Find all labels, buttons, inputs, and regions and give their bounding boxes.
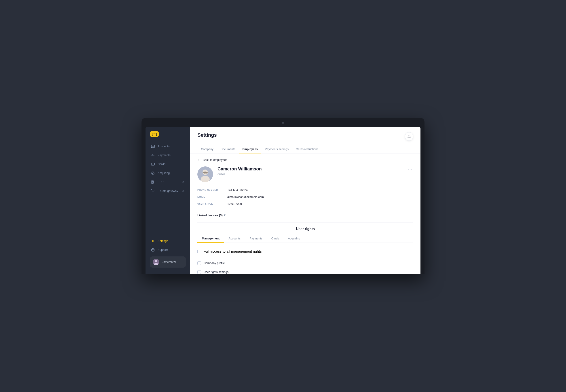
- sidebar-item-payments[interactable]: Payments: [148, 151, 188, 159]
- divider: [197, 222, 413, 223]
- phone-row: PHONE NUMBER +44 654 332 24: [197, 186, 413, 194]
- rights-tab-accounts[interactable]: Accounts: [224, 235, 245, 243]
- employee-info: Cameron Williamson Active: [218, 167, 403, 176]
- rights-tabs: Management Accounts Payments Cards Acqui…: [197, 235, 413, 243]
- full-access-label: Full access to all management rights: [204, 250, 262, 253]
- svg-point-2: [152, 164, 152, 165]
- logo-bracket-left: [: [152, 132, 153, 136]
- back-to-employees-button[interactable]: ← Back to employees: [197, 158, 413, 162]
- svg-rect-0: [151, 145, 155, 148]
- laptop-frame: [ ] Accounts: [142, 118, 424, 274]
- full-access-checkbox[interactable]: [197, 250, 201, 253]
- linked-devices-button[interactable]: Linked devices (3) ▾: [197, 212, 413, 219]
- payments-label: Payments: [158, 154, 185, 157]
- main-content: Settings Company Documents Employees Pay…: [190, 127, 421, 274]
- profile-menu-button[interactable]: ···: [407, 167, 413, 173]
- svg-rect-1: [151, 163, 155, 165]
- rights-item-company-profile: Company profile: [197, 259, 413, 267]
- tab-company[interactable]: Company: [197, 145, 217, 154]
- logo-bracket-right: ]: [156, 132, 157, 136]
- since-row: USER SINCE 12.01.2020: [197, 200, 413, 207]
- sidebar: [ ] Accounts: [145, 127, 190, 274]
- notification-button[interactable]: [405, 132, 413, 141]
- svg-point-6: [154, 192, 154, 192]
- cards-icon: [151, 162, 155, 166]
- ecom-label: E Com gateway: [158, 189, 179, 193]
- rights-tab-cards[interactable]: Cards: [267, 235, 284, 243]
- settings-tabs: Company Documents Employees Payments set…: [190, 142, 421, 154]
- erp-external-icon: [182, 181, 185, 184]
- tab-payments-settings[interactable]: Payments settings: [261, 145, 292, 154]
- sidebar-item-support[interactable]: Support: [148, 246, 188, 254]
- user-rights-title: User rights: [197, 227, 413, 231]
- svg-point-7: [152, 240, 154, 241]
- svg-point-11: [155, 260, 157, 262]
- sidebar-bottom: Settings Support: [145, 237, 190, 270]
- company-profile-label: Company profile: [204, 261, 225, 265]
- payments-icon: [151, 153, 155, 157]
- top-bar: Settings: [190, 127, 421, 141]
- support-label: Support: [158, 248, 168, 252]
- back-arrow-icon: ←: [197, 158, 201, 162]
- sidebar-item-cards[interactable]: Cards: [148, 160, 188, 168]
- user-rights-settings-label: User rights settings: [204, 270, 229, 274]
- email-row: EMAIL alma.lawson@example.com: [197, 194, 413, 200]
- sidebar-item-ecom[interactable]: E Com gateway: [148, 187, 188, 195]
- tab-employees[interactable]: Employees: [239, 145, 261, 154]
- nav-list: Accounts Payments: [145, 142, 190, 237]
- sidebar-item-erp[interactable]: ERP: [148, 178, 188, 186]
- accounts-icon: [151, 144, 155, 148]
- svg-point-5: [152, 192, 153, 192]
- since-label: USER SINCE: [197, 203, 222, 205]
- email-value: alma.lawson@example.com: [227, 195, 264, 198]
- settings-label: Settings: [158, 239, 168, 243]
- phone-label: PHONE NUMBER: [197, 189, 222, 191]
- employee-avatar: [197, 167, 213, 182]
- ecom-external-icon: [182, 189, 185, 193]
- acquiring-label: Acquiring: [158, 171, 185, 175]
- employee-profile: Cameron Williamson Active ···: [197, 167, 413, 182]
- rights-tab-payments[interactable]: Payments: [245, 235, 267, 243]
- settings-icon: [151, 239, 155, 243]
- management-rights: Full access to all management rights Com…: [197, 246, 413, 274]
- rights-tab-acquiring[interactable]: Acquiring: [283, 235, 305, 243]
- svg-point-9: [153, 250, 153, 251]
- app-logo: [ ]: [150, 131, 159, 137]
- logo-dash: [153, 134, 156, 134]
- svg-rect-4: [151, 181, 154, 183]
- user-rights-settings-checkbox[interactable]: [197, 270, 201, 274]
- laptop-screen: [ ] Accounts: [145, 127, 421, 274]
- linked-devices-label: Linked devices (3): [197, 213, 223, 217]
- employee-details: PHONE NUMBER +44 654 332 24 EMAIL alma.l…: [197, 186, 413, 207]
- support-icon: [151, 248, 155, 252]
- accounts-label: Accounts: [158, 144, 185, 148]
- rights-item-user-rights-settings: User rights settings: [197, 267, 413, 274]
- tab-documents[interactable]: Documents: [217, 145, 239, 154]
- user-name-small: Cameron W.: [162, 260, 177, 264]
- ecom-icon: [151, 189, 155, 193]
- sidebar-item-accounts[interactable]: Accounts: [148, 142, 188, 151]
- user-menu-dots[interactable]: ···: [179, 260, 183, 264]
- user-avatar-small: [153, 259, 160, 265]
- cards-label: Cards: [158, 162, 185, 166]
- erp-label: ERP: [158, 180, 179, 184]
- company-profile-checkbox[interactable]: [197, 261, 201, 265]
- rights-tab-management[interactable]: Management: [197, 235, 224, 243]
- sidebar-item-acquiring[interactable]: Acquiring: [148, 169, 188, 177]
- tab-cards-restrictions[interactable]: Cards restrictions: [292, 145, 322, 154]
- user-profile-bar[interactable]: Cameron W. ···: [150, 256, 186, 267]
- page-title: Settings: [197, 132, 217, 138]
- erp-icon: [151, 180, 155, 184]
- phone-value: +44 654 332 24: [227, 188, 248, 192]
- logo-area: [ ]: [145, 131, 190, 142]
- content-area: ← Back to employees: [190, 154, 421, 274]
- email-label: EMAIL: [197, 196, 222, 198]
- since-value: 12.01.2020: [227, 202, 242, 206]
- chevron-down-icon: ▾: [224, 213, 225, 217]
- sidebar-item-settings[interactable]: Settings: [148, 237, 188, 245]
- employee-status: Active: [218, 172, 403, 176]
- full-access-row: Full access to all management rights: [197, 246, 413, 257]
- camera-dot: [282, 122, 284, 124]
- acquiring-icon: [151, 171, 155, 175]
- back-label: Back to employees: [203, 158, 227, 161]
